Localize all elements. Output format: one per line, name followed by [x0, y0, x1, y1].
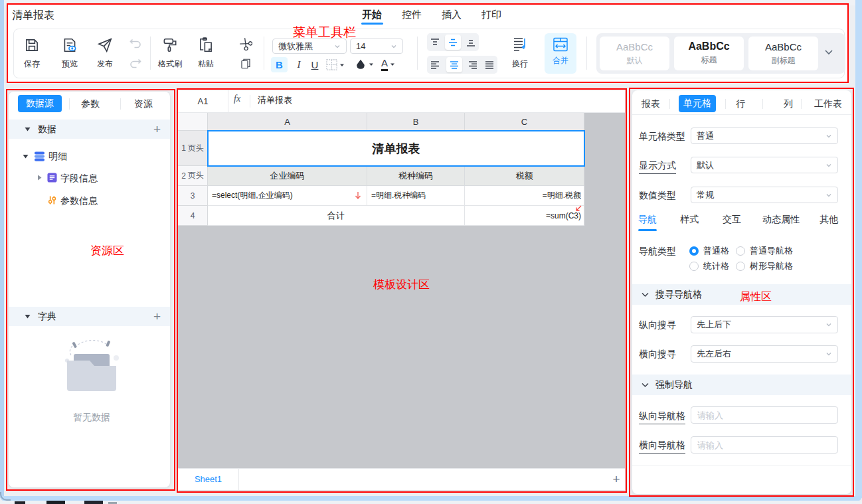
radio-normal-nav-cell[interactable]: 普通导航格	[736, 245, 793, 257]
valign-bottom-icon[interactable]	[466, 37, 476, 48]
bold-button[interactable]: B	[271, 57, 288, 72]
cut-button[interactable]	[239, 37, 252, 53]
halign-center-selected[interactable]	[446, 57, 462, 72]
format-painter-button[interactable]: 格式刷	[155, 37, 185, 70]
format-painter-icon	[161, 37, 179, 54]
subtab-nav[interactable]: 导航	[638, 214, 657, 226]
valign-middle-selected[interactable]	[445, 35, 461, 50]
display-mode-select[interactable]: 默认	[691, 157, 838, 173]
cell-c2[interactable]: 税额	[465, 166, 584, 186]
tab-insert[interactable]: 插入	[442, 9, 462, 21]
caret-down-icon	[339, 62, 345, 68]
tree-node-field-info[interactable]: 字段信息	[0, 170, 170, 186]
save-button[interactable]: 保存	[17, 37, 46, 70]
copy-icon	[240, 57, 252, 70]
undo-button[interactable]	[129, 38, 142, 52]
wrap-button[interactable]: 换行	[505, 35, 535, 70]
col-header-a[interactable]: A	[208, 113, 367, 131]
copy-button[interactable]	[240, 57, 252, 73]
cell-type-select[interactable]: 普通	[691, 127, 838, 144]
radio-off-icon	[736, 246, 745, 256]
style-title[interactable]: AaBbCc 标题	[674, 37, 744, 70]
subtab-style[interactable]: 样式	[680, 214, 699, 226]
caret-down-icon	[390, 62, 395, 67]
subtab-dynamic[interactable]: 动态属性	[762, 214, 800, 226]
add-sheet-button[interactable]: +	[608, 468, 625, 490]
value-type-select[interactable]: 常规	[691, 187, 838, 203]
right-tab-cell[interactable]: 单元格	[679, 95, 716, 112]
font-size-select[interactable]: 14	[350, 39, 403, 54]
formula-separator	[250, 95, 250, 108]
name-box[interactable]: A1	[178, 90, 228, 112]
grid-corner[interactable]	[178, 113, 208, 131]
tree-node-detail[interactable]: 明细	[0, 149, 170, 165]
subtab-interact[interactable]: 交互	[723, 214, 741, 226]
sheet-tab[interactable]: Sheet1	[178, 468, 239, 490]
paste-button[interactable]: 粘贴	[191, 37, 220, 70]
valign-top-icon[interactable]	[430, 37, 440, 48]
radio-tree-nav-cell[interactable]: 树形导航格	[736, 260, 793, 272]
cell-a4[interactable]: 合计	[208, 206, 465, 226]
radio-stat-cell[interactable]: 统计格	[689, 260, 729, 272]
cell-a2[interactable]: 企业编码	[208, 166, 367, 186]
style-subtitle-sample: AaBbCc	[748, 41, 818, 52]
style-subtitle[interactable]: AaBbCc 副标题	[748, 37, 818, 70]
border-button[interactable]	[325, 58, 345, 71]
fill-color-button[interactable]	[355, 58, 374, 70]
publish-button[interactable]: 发布	[90, 37, 120, 70]
chevron-down-icon	[825, 133, 832, 139]
halign-justify-icon[interactable]	[484, 60, 495, 70]
tab-print[interactable]: 打印	[481, 9, 501, 21]
formula-input[interactable]: 清单报表	[258, 94, 292, 106]
cell-c4[interactable]: =sum(C3)	[465, 206, 584, 226]
tab-home[interactable]: 开始	[362, 9, 382, 21]
redo-button[interactable]	[129, 58, 142, 72]
left-tab-datasource[interactable]: 数据源	[18, 95, 62, 112]
right-tab-col[interactable]: 列	[784, 98, 793, 110]
row-header-4[interactable]: 4	[178, 206, 208, 226]
cell-b3[interactable]: =明细.税种编码	[367, 186, 465, 206]
col-header-b[interactable]: B	[367, 113, 465, 131]
valign-group	[427, 33, 479, 51]
row-header-3[interactable]: 3	[178, 186, 208, 206]
cell-a3[interactable]: =select(明细,企业编码)	[208, 186, 367, 206]
add-data-button[interactable]: +	[153, 123, 161, 135]
subtab-other[interactable]: 其他	[819, 214, 838, 226]
field-direction-down-icon	[355, 191, 361, 200]
row-header-1[interactable]: 1页头	[178, 131, 208, 166]
right-tab-report[interactable]: 报表	[642, 98, 660, 110]
left-tab-params[interactable]: 参数	[81, 98, 100, 110]
style-gallery-expand-button[interactable]	[823, 48, 834, 57]
col-header-c[interactable]: C	[465, 113, 584, 131]
data-section-header[interactable]: 数据 +	[9, 120, 170, 139]
force-nav-section-header[interactable]: 强制导航	[632, 375, 851, 395]
right-tab-row[interactable]: 行	[736, 98, 745, 110]
tree-node-param-info-label: 参数信息	[60, 195, 98, 207]
data-section-title: 数据	[38, 124, 56, 135]
radio-normal-cell[interactable]: 普通格	[689, 245, 729, 257]
italic-button[interactable]: I	[292, 57, 306, 72]
left-tab-resources[interactable]: 资源	[134, 98, 153, 110]
ribbon-separator-4	[586, 37, 587, 70]
row-header-2[interactable]: 2页头	[178, 166, 208, 186]
halign-left-icon[interactable]	[430, 60, 440, 70]
tab-widgets[interactable]: 控件	[402, 9, 422, 21]
underline-button[interactable]: U	[307, 57, 322, 72]
v-search-select[interactable]: 先上后下	[691, 316, 838, 333]
cell-b2[interactable]: 税种编码	[367, 166, 465, 186]
preview-button[interactable]: 预览	[55, 37, 84, 70]
cell-c3[interactable]: =明细.税额	[465, 186, 584, 206]
style-title-sample: AaBbCc	[674, 41, 744, 52]
add-dict-button[interactable]: +	[153, 310, 161, 323]
taskbar-fragment-1	[15, 501, 25, 504]
tree-node-param-info[interactable]: 参数信息	[0, 193, 170, 209]
halign-right-icon[interactable]	[468, 60, 478, 70]
v-nav-cell-input[interactable]	[691, 406, 838, 424]
merge-button[interactable]: 合并	[545, 33, 576, 74]
h-search-select[interactable]: 先左后右	[691, 345, 838, 363]
h-nav-cell-input[interactable]	[691, 436, 838, 454]
dict-section-header[interactable]: 字典 +	[9, 307, 170, 326]
font-color-button[interactable]: A	[381, 57, 395, 71]
style-default[interactable]: AaBbCc 默认	[600, 37, 669, 70]
right-tab-worksheet[interactable]: 工作表	[814, 98, 842, 110]
